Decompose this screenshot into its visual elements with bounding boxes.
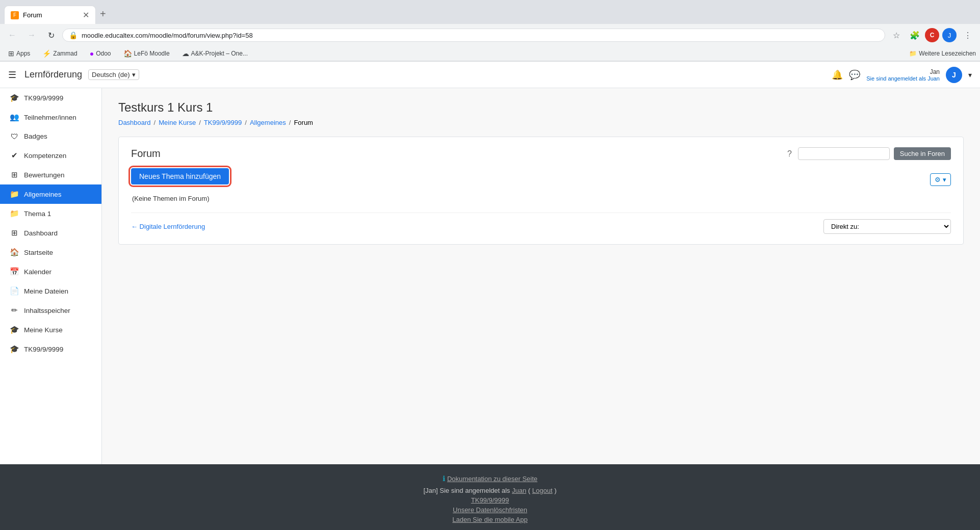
breadcrumb-sep-2: / <box>199 119 201 126</box>
footer-app-line: Laden Sie die mobile App <box>10 516 970 523</box>
sidebar: 🎓 TK99/9/9999 👥 Teilnehmer/innen 🛡 Badge… <box>0 88 102 464</box>
language-label: Deutsch (de) <box>92 71 130 78</box>
address-bar[interactable]: 🔒 moodle.educaltex.com/moodle/mod/forum/… <box>62 29 885 42</box>
forum-search-input[interactable] <box>798 147 890 160</box>
sidebar-item-teilnehmer[interactable]: 👥 Teilnehmer/innen <box>0 108 101 127</box>
top-bar-right: 🔔 💬 Jan Sie sind angemeldet als Juan J ▾ <box>832 67 972 83</box>
back-button[interactable]: ← <box>4 27 20 43</box>
top-bar: ☰ Lernförderung Deutsch (de) ▾ 🔔 💬 Jan S… <box>0 62 980 88</box>
breadcrumb-tk99[interactable]: TK99/9/9999 <box>204 119 242 126</box>
footer-user-link[interactable]: Juan <box>512 487 526 494</box>
close-tab-button[interactable]: ✕ <box>83 10 89 20</box>
sidebar-item-label: Startseite <box>24 249 53 256</box>
main-layout: 🎓 TK99/9/9999 👥 Teilnehmer/innen 🛡 Badge… <box>0 88 980 464</box>
sidebar-item-meine-dateien[interactable]: 📄 Meine Dateien <box>0 281 101 301</box>
forum-card: Forum ? Suche in Foren Neues Thema hinzu… <box>118 137 964 245</box>
footer-app-link[interactable]: Laden Sie die mobile App <box>452 516 527 523</box>
footer-datenschutz-link[interactable]: Unsere Datenlöschfristen <box>453 506 527 514</box>
breadcrumb-allgemeines[interactable]: Allgemeines <box>250 119 286 126</box>
reading-list-label: Weitere Lesezeichen <box>919 50 976 57</box>
account-icon[interactable]: J <box>941 27 958 43</box>
footer-logged-pre: [Jan] Sie sind angemeldet als <box>424 487 510 494</box>
footer-logout-link[interactable]: Logout <box>532 487 553 494</box>
ak-icon: ☁ <box>182 49 189 58</box>
reading-list-button[interactable]: 📁 Weitere Lesezeichen <box>909 50 976 57</box>
sidebar-item-thema1[interactable]: 📁 Thema 1 <box>0 204 101 223</box>
bookmark-ak[interactable]: ☁ A&K-Projekt – One... <box>178 48 252 59</box>
sidebar-item-dashboard[interactable]: ⊞ Dashboard <box>0 223 101 243</box>
bookmark-ak-label: A&K-Projekt – One... <box>191 50 248 57</box>
url-text: moodle.educaltex.com/moodle/mod/forum/vi… <box>82 32 879 39</box>
bookmark-star-icon[interactable]: ☆ <box>888 27 905 43</box>
new-tab-button[interactable]: + <box>96 4 110 24</box>
breadcrumb-sep-3: / <box>245 119 247 126</box>
sidebar-item-startseite[interactable]: 🏠 Startseite <box>0 243 101 262</box>
lefo-icon: 🏠 <box>123 49 132 58</box>
sidebar-item-allgemeines[interactable]: 📁 Allgemeines <box>0 184 101 204</box>
sidebar-item-kompetenzen[interactable]: ✔ Kompetenzen <box>0 146 101 165</box>
language-arrow-icon: ▾ <box>132 71 136 78</box>
breadcrumb-sep-4: / <box>289 119 291 126</box>
breadcrumb-forum: Forum <box>294 119 313 126</box>
breadcrumb: Dashboard / Meine Kurse / TK99/9/9999 / … <box>118 119 964 126</box>
browser-tabs: F Forum ✕ + <box>0 0 980 24</box>
bookmark-odoo-label: Odoo <box>96 50 111 57</box>
breadcrumb-dashboard[interactable]: Dashboard <box>118 119 151 126</box>
folder-thema-icon: 📁 <box>10 209 19 218</box>
user-logged-as-text: Sie sind angemeldet als Juan <box>866 75 940 82</box>
back-to-lernfoerderung-link[interactable]: ← Digitale Lernförderung <box>131 223 205 230</box>
bookmark-odoo[interactable]: ● Odoo <box>86 48 115 59</box>
notification-bell-icon[interactable]: 🔔 <box>832 69 843 81</box>
footer-datenschutz-line: Unsere Datenlöschfristen <box>10 506 970 514</box>
sidebar-item-label: TK99/9/9999 <box>24 94 63 102</box>
forward-button[interactable]: → <box>23 27 40 43</box>
footer-course-link[interactable]: TK99/9/9999 <box>471 496 509 504</box>
graduation-icon: 🎓 <box>10 93 19 102</box>
shield-icon: 🛡 <box>10 132 19 141</box>
footer-paren-close: ) <box>554 487 556 494</box>
apps-grid-icon: ⊞ <box>8 49 14 58</box>
sidebar-item-bewertungen[interactable]: ⊞ Bewertungen <box>0 165 101 184</box>
bookmark-apps[interactable]: ⊞ Apps <box>4 48 34 59</box>
doc-link[interactable]: Dokumentation zu dieser Seite <box>447 475 537 483</box>
browser-toolbar: ← → ↻ 🔒 moodle.educaltex.com/moodle/mod/… <box>0 24 980 46</box>
sidebar-item-label: Teilnehmer/innen <box>24 114 76 121</box>
info-icon: ℹ <box>443 474 445 483</box>
user-avatar[interactable]: J <box>946 67 962 83</box>
menu-dots-icon[interactable]: ⋮ <box>960 27 976 43</box>
tab-favicon: F <box>11 11 19 19</box>
sidebar-item-label: Bewertungen <box>24 171 65 179</box>
sidebar-item-meine-kurse[interactable]: 🎓 Meine Kurse <box>0 320 101 339</box>
page-title: Testkurs 1 Kurs 1 <box>118 100 964 115</box>
forum-title: Forum <box>131 148 161 160</box>
sidebar-item-label: Thema 1 <box>24 210 51 218</box>
zammad-icon: ⚡ <box>42 49 51 58</box>
sidebar-item-label: Meine Dateien <box>24 287 68 295</box>
help-icon[interactable]: ? <box>787 149 792 158</box>
folder-icon: 📁 <box>10 190 19 199</box>
bookmark-lefo[interactable]: 🏠 LeFö Moodle <box>119 48 174 59</box>
site-name-link[interactable]: Lernförderung <box>24 69 82 80</box>
language-selector[interactable]: Deutsch (de) ▾ <box>88 69 139 80</box>
sidebar-toggle-button[interactable]: ☰ <box>8 69 16 81</box>
gear-settings-button[interactable]: ⚙ ▾ <box>930 173 951 186</box>
extensions-icon[interactable]: 🧩 <box>907 27 923 43</box>
profile-red-icon[interactable]: C <box>925 28 939 42</box>
goto-select[interactable]: Direkt zu: <box>823 219 951 234</box>
add-topic-button[interactable]: Neues Thema hinzufügen <box>131 168 229 184</box>
messages-icon[interactable]: 💬 <box>849 69 860 81</box>
bookmark-zammad[interactable]: ⚡ Zammad <box>38 48 81 59</box>
sidebar-item-tk99[interactable]: 🎓 TK99/9/9999 <box>0 88 101 108</box>
grid-icon: ⊞ <box>10 170 19 179</box>
refresh-button[interactable]: ↻ <box>43 27 59 43</box>
profile-avatar: J <box>942 28 957 42</box>
sidebar-item-kalender[interactable]: 📅 Kalender <box>0 262 101 281</box>
forum-search-button[interactable]: Suche in Foren <box>894 147 951 160</box>
active-tab[interactable]: F Forum ✕ <box>4 6 96 24</box>
user-menu-arrow-icon[interactable]: ▾ <box>968 71 972 79</box>
breadcrumb-meine-kurse[interactable]: Meine Kurse <box>159 119 196 126</box>
sidebar-item-tk99-2[interactable]: 🎓 TK99/9/9999 <box>0 339 101 359</box>
sidebar-item-badges[interactable]: 🛡 Badges <box>0 127 101 146</box>
calendar-icon: 📅 <box>10 267 19 276</box>
sidebar-item-inhaltsspeicher[interactable]: ✏ Inhaltsspeicher <box>0 301 101 320</box>
